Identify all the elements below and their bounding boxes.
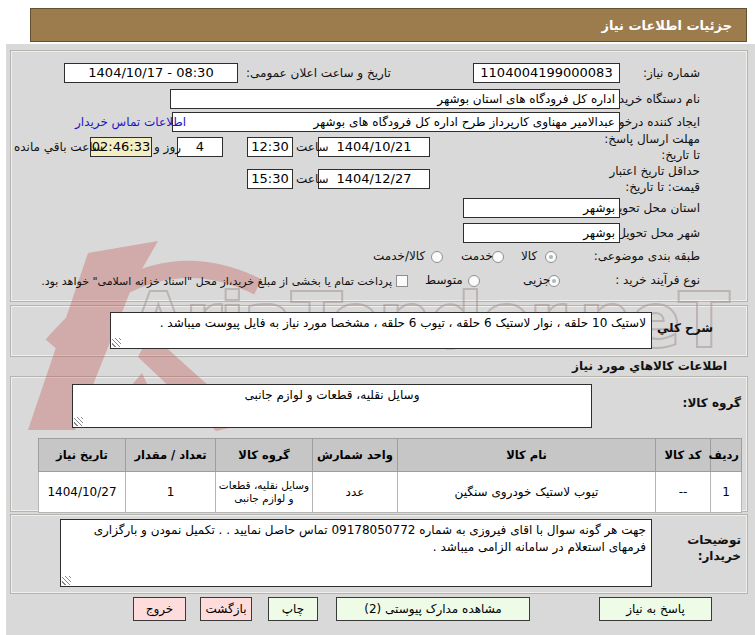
view-attachments-button[interactable]: مشاهده مدارک پیوستی (2) [336,597,530,621]
price-validity-date-field[interactable]: 1404/12/27 [318,169,430,189]
need-number-field[interactable]: 1104004199000083 [473,63,620,83]
col-need-date: تاریخ نیاز [39,439,126,472]
buyer-contact-link[interactable]: اطلاعات تماس خریدار [75,115,186,129]
page-title: جزئیات اطلاعات نیاز [30,8,747,42]
resize-handle-icon[interactable] [62,576,71,585]
radio-medium[interactable] [468,275,480,287]
buyer-notes-label: توضیحات خریدار: [669,533,741,564]
cell-need-date: 1404/10/27 [39,472,126,513]
remaining-days-label: روز و [154,140,181,154]
buyer-org-field[interactable]: اداره کل فرودگاه های استان بوشهر [170,89,620,109]
radio-goods[interactable] [545,251,557,263]
cell-quantity: 1 [126,472,216,513]
cell-group: وسایل نقلیه، قطعات و لوازم جانبی [216,472,313,513]
radio-service[interactable] [492,251,504,263]
announce-datetime-label: تاریخ و ساعت اعلان عمومی: [246,66,391,80]
col-unit: واحد شمارش [313,439,398,472]
goods-group-label: گروه کالا: [683,396,741,410]
cell-goods-code: -- [656,472,711,513]
deadline-time-field[interactable]: 12:30 [247,137,293,157]
city-field[interactable]: بوشهر [463,223,620,243]
need-summary-textarea[interactable]: لاستیک 10 حلقه ، نوار لاستیک 6 حلقه ، تی… [110,312,652,349]
remaining-days-field[interactable]: 4 [177,137,223,157]
print-button[interactable]: چاپ [268,597,318,621]
need-summary-text: لاستیک 10 حلقه ، نوار لاستیک 6 حلقه ، تی… [160,316,646,330]
need-number-label: شماره نیاز: [643,66,700,80]
announce-datetime-field[interactable]: 1404/10/17 - 08:30 [64,63,238,83]
city-label: شهر محل تحویل: [613,226,700,240]
deadline-date-field[interactable]: 1404/10/21 [318,137,430,157]
col-goods-name: نام کالا [398,439,656,472]
goods-section-header: اطلاعات كالاهاي مورد نياز [572,359,727,373]
goods-table: ردیف کد کالا نام کالا واحد شمارش گروه کا… [38,438,742,513]
goods-table-header-row: ردیف کد کالا نام کالا واحد شمارش گروه کا… [39,439,742,472]
goods-group-textarea[interactable]: وسایل نقلیه، قطعات و لوازم جانبی [72,384,592,428]
need-details-page: جزئیات اطلاعات نیاز AriaTender.neT شماره… [0,0,755,635]
buyer-notes-textarea[interactable]: جهت هر گونه سوال با اقای فیروزی به شماره… [60,519,652,587]
back-button[interactable]: بازگشت [200,597,252,621]
process-label: نوع فرآیند خرید : [615,273,700,287]
col-group: گروه کالا [216,439,313,472]
price-validity-hour-label: ساعت [296,172,329,186]
col-quantity: تعداد / مقدار [126,439,216,472]
radio-partial-label: جزیی [523,273,550,287]
deadline-label: مهلت ارسال پاسخ: تا تاریخ: [600,132,700,163]
cell-row-number: 1 [711,472,742,513]
resize-handle-icon[interactable] [112,338,121,347]
table-row: 1 -- تیوب لاستیک خودروی سنگین عدد وسایل … [39,472,742,513]
reply-to-need-button[interactable]: پاسخ به نیاز [599,597,712,621]
goods-group-text: وسایل نقلیه، قطعات و لوازم جانبی [245,388,420,402]
radio-service-label: خدمت [461,249,493,263]
price-validity-time-field[interactable]: 15:30 [247,169,293,189]
price-validity-label: حداقل تاریخ اعتبار قیمت: تا تاریخ: [600,164,700,195]
remaining-suffix-label: ساعت باقي مانده [14,140,103,154]
col-row-number: ردیف [711,439,742,472]
creator-field[interactable]: عبدالامیر مهناوی کارپرداز طرح اداره کل ف… [172,112,620,132]
province-field[interactable]: بوشهر [463,198,620,218]
radio-goods-service[interactable] [431,251,443,263]
radio-goods-service-label: کالا/خدمت [373,249,425,263]
radio-goods-label: کالا [521,249,537,263]
resize-handle-icon[interactable] [74,417,83,426]
treasury-checkbox-label: پرداخت تمام یا بخشی از مبلغ خرید،از محل … [41,275,392,288]
subject-label: طبقه بندی موضوعی: [594,249,700,263]
buyer-notes-text: جهت هر گونه سوال با اقای فیروزی به شماره… [94,523,646,554]
cell-goods-name: تیوب لاستیک خودروی سنگین [398,472,656,513]
cell-unit: عدد [313,472,398,513]
deadline-hour-label: ساعت [296,140,329,154]
treasury-checkbox[interactable] [396,275,408,287]
col-goods-code: کد کالا [656,439,711,472]
exit-button[interactable]: خروج [133,597,186,621]
radio-medium-label: متوسط [425,273,463,287]
